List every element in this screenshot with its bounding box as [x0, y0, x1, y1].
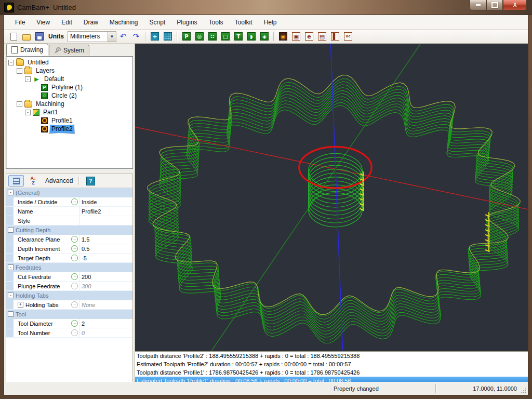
tree-expand-toggle[interactable]: -	[25, 110, 31, 115]
close-button[interactable]: X	[503, 0, 527, 10]
tree-item-default[interactable]: - ▶ Default	[6, 75, 132, 83]
tree-item-part1[interactable]: - Part1	[6, 108, 132, 116]
property-row-tool-number[interactable]: Tool Number → 0	[6, 328, 132, 338]
menu-help[interactable]: Help	[258, 17, 283, 28]
draw-polyline-button[interactable]: P	[180, 30, 193, 43]
draw-points-button[interactable]: ∷	[206, 30, 219, 43]
draw-text-button[interactable]: T	[232, 30, 245, 43]
message-list[interactable]: Toolpath distance 'Profile2' : 188.49555…	[135, 351, 528, 382]
menu-plugins[interactable]: Plugins	[171, 17, 203, 28]
property-row-depth-increment[interactable]: Depth Increment → 0.5	[6, 244, 132, 254]
draw-circle-button[interactable]: ◎	[193, 30, 206, 43]
toggle-grid-button[interactable]	[162, 30, 174, 43]
menu-draw[interactable]: Draw	[78, 17, 104, 28]
property-category[interactable]: - Feedrates	[6, 263, 132, 272]
tree-item-profile1[interactable]: Profile1	[6, 116, 132, 125]
alphabetical-sort-button[interactable]: A↓Z	[25, 175, 41, 187]
property-row-style[interactable]: Style	[6, 216, 132, 225]
property-row-target-depth[interactable]: Target Depth → -5	[6, 254, 132, 263]
menu-toolkit[interactable]: Toolkit	[229, 17, 258, 28]
property-row-name[interactable]: Name Profile2	[6, 207, 132, 216]
engrave-mop-button[interactable]: e	[303, 30, 315, 43]
tree-item-machining[interactable]: - Machining	[6, 100, 132, 108]
redo-button[interactable]: ↷	[130, 30, 142, 43]
property-value[interactable]: Inside	[79, 197, 132, 206]
property-category[interactable]: - Holding Tabs	[6, 291, 132, 300]
maximize-button[interactable]	[486, 0, 503, 10]
tree-expand-toggle[interactable]: -	[17, 101, 22, 107]
toggle-axes-button[interactable]: +	[149, 30, 161, 43]
property-value[interactable]: 200	[79, 272, 132, 281]
units-combobox[interactable]: Millimeters ▼	[68, 31, 116, 42]
menu-script[interactable]: Script	[144, 17, 171, 28]
viewport-canvas[interactable]	[135, 44, 528, 351]
expand-icon[interactable]: +	[18, 302, 23, 308]
menu-edit[interactable]: Edit	[56, 17, 78, 28]
drawing-tree[interactable]: - Untitled - Layers - ▶	[6, 56, 133, 169]
property-value[interactable]: 1.5	[79, 235, 132, 244]
draw-rectangle-button[interactable]: □	[219, 30, 232, 43]
menu-file[interactable]: File	[9, 17, 31, 28]
tree-item-polyline-1-[interactable]: P Polyline (1)	[6, 83, 132, 91]
produce-gcode-button[interactable]: nc	[342, 30, 354, 43]
open-file-button[interactable]	[20, 30, 33, 43]
property-value[interactable]: 0	[79, 328, 132, 337]
property-value[interactable]: 300	[79, 282, 132, 290]
property-row-holding-tabs[interactable]: +Holding Tabs → None	[6, 300, 132, 310]
profile-mop-button[interactable]: ◉	[277, 30, 289, 43]
tree-item-profile2[interactable]: Profile2	[6, 125, 132, 133]
advanced-button[interactable]: Advanced	[43, 175, 75, 187]
minimize-button[interactable]	[470, 0, 486, 10]
save-file-button[interactable]	[33, 30, 46, 43]
tree-item-circle-2-[interactable]: ○ Circle (2)	[6, 91, 132, 100]
undo-button[interactable]: ↶	[117, 30, 129, 43]
combo-dropdown-icon[interactable]: ▼	[108, 32, 116, 42]
property-row-inside-outside[interactable]: Inside / Outside → Inside	[6, 197, 132, 207]
pocket-mop-button[interactable]: ▣	[290, 30, 302, 43]
tree-expand-toggle[interactable]: -	[8, 60, 14, 65]
property-category[interactable]: - Cutting Depth	[6, 225, 132, 235]
collapse-icon[interactable]: -	[8, 292, 14, 298]
property-value[interactable]: 2	[79, 319, 132, 328]
tab-drawing[interactable]: Drawing	[6, 44, 48, 56]
tree-item-layers[interactable]: - Layers	[6, 66, 132, 75]
tree-item-untitled[interactable]: - Untitled	[6, 58, 132, 66]
collapse-icon[interactable]: -	[8, 227, 14, 233]
property-value[interactable]: Profile2	[79, 207, 132, 216]
message-line[interactable]: Estimated Toolpath 'Profile1' duration :…	[135, 377, 528, 382]
property-value[interactable]: -5	[79, 254, 132, 262]
message-line[interactable]: Toolpath distance 'Profile1' : 1786.9875…	[135, 368, 528, 377]
help-button[interactable]: ?	[83, 175, 98, 187]
property-row-cut-feedrate[interactable]: Cut Feedrate → 200	[6, 272, 132, 282]
profile3d-mop-button[interactable]: ▌	[329, 30, 341, 43]
message-line[interactable]: Estimated Toolpath 'Profile2' duration :…	[135, 360, 528, 368]
menu-tools[interactable]: Tools	[203, 17, 229, 28]
resize-grip[interactable]	[520, 387, 527, 394]
tab-system[interactable]: System	[49, 45, 89, 56]
new-document-button[interactable]	[7, 30, 20, 43]
message-line[interactable]: Toolpath distance 'Profile2' : 188.49555…	[135, 352, 528, 360]
tree-expand-toggle[interactable]: -	[17, 68, 22, 74]
draw-surface-button[interactable]: ◈	[258, 30, 271, 43]
title-bar[interactable]: CamBam+ Untitled X	[0, 0, 532, 15]
draw-arc-button[interactable]: ◗	[245, 30, 258, 43]
viewport-3d[interactable]	[135, 44, 528, 351]
collapse-icon[interactable]: -	[8, 190, 14, 195]
collapse-icon[interactable]: -	[8, 311, 14, 317]
property-value[interactable]: 0.5	[79, 244, 132, 253]
collapse-icon[interactable]: -	[8, 264, 14, 270]
property-row-clearance-plane[interactable]: Clearance Plane → 1.5	[6, 235, 132, 244]
property-category[interactable]: - Tool	[6, 310, 132, 319]
menu-view[interactable]: View	[31, 17, 56, 28]
property-category[interactable]: - (General)	[6, 188, 132, 197]
circle-icon: ○	[41, 92, 48, 99]
property-state-icon: →	[70, 328, 79, 337]
property-row-tool-diameter[interactable]: Tool Diameter → 2	[6, 319, 132, 328]
property-value[interactable]	[79, 216, 132, 225]
property-row-plunge-feedrate[interactable]: Plunge Feedrate → 300	[6, 282, 132, 291]
menu-machining[interactable]: Machining	[104, 17, 144, 28]
categorized-view-button[interactable]	[8, 175, 24, 187]
property-value[interactable]: None	[79, 300, 132, 309]
tree-expand-toggle[interactable]: -	[25, 76, 31, 82]
drill-mop-button[interactable]: ▤	[316, 30, 328, 43]
